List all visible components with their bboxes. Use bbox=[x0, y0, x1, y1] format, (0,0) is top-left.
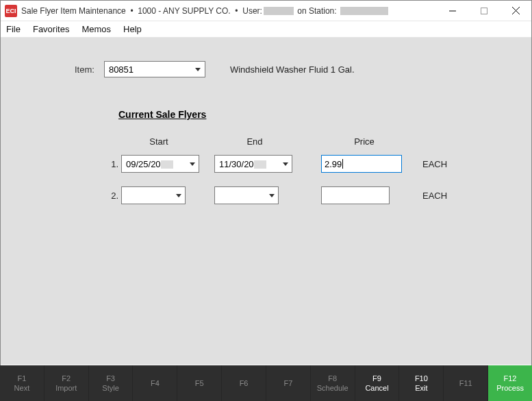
fkey-f9[interactable]: F9Cancel bbox=[355, 365, 400, 401]
chevron-down-icon bbox=[283, 162, 288, 166]
col-end-label: End bbox=[214, 136, 295, 147]
item-dropdown-button[interactable] bbox=[191, 68, 205, 71]
price-value-1: 2.99 bbox=[325, 159, 342, 169]
price-input-2[interactable] bbox=[321, 186, 390, 204]
fkey-f4[interactable]: F4 bbox=[133, 365, 177, 401]
svg-marker-5 bbox=[190, 162, 195, 166]
close-button[interactable] bbox=[500, 1, 531, 21]
start-date-1-value: 09/25/20 bbox=[126, 159, 161, 169]
svg-marker-7 bbox=[176, 194, 181, 197]
end-date-1[interactable]: 11/30/20 bbox=[214, 155, 292, 173]
uom-2: EACH bbox=[422, 191, 447, 201]
svg-marker-6 bbox=[283, 162, 288, 166]
fkey-bar: F1Next F2Import F3Style F4 F5 F6 F7 F8Sc… bbox=[0, 365, 532, 401]
close-icon bbox=[512, 7, 520, 14]
menu-memos[interactable]: Memos bbox=[81, 24, 111, 34]
app-icon: ECI bbox=[5, 5, 17, 17]
start-date-2[interactable] bbox=[121, 186, 186, 204]
fkey-f1[interactable]: F1Next bbox=[0, 365, 45, 401]
end-date-2-dropdown[interactable] bbox=[264, 194, 278, 197]
end-date-1-value: 11/30/20 bbox=[219, 159, 254, 169]
fkey-f5[interactable]: F5 bbox=[177, 365, 222, 401]
chevron-down-icon bbox=[176, 194, 181, 197]
item-label: Item: bbox=[75, 64, 94, 75]
end-date-1-dropdown[interactable] bbox=[278, 162, 292, 166]
maximize-icon bbox=[481, 8, 487, 14]
redacted bbox=[161, 160, 173, 169]
menubar: File Favorites Memos Help bbox=[1, 21, 531, 38]
section-header: Current Sale Flyers bbox=[118, 109, 511, 120]
chevron-down-icon bbox=[190, 162, 195, 166]
fkey-f8[interactable]: F8Schedule bbox=[311, 365, 355, 401]
content-area: Item: 80851 Windshield Washer Fluid 1 Ga… bbox=[1, 38, 531, 365]
redacted bbox=[254, 160, 266, 169]
chevron-down-icon bbox=[195, 68, 201, 71]
price-input-1[interactable]: 2.99 bbox=[321, 155, 402, 173]
menu-file[interactable]: File bbox=[6, 24, 21, 34]
svg-marker-8 bbox=[269, 194, 275, 197]
redacted-station bbox=[340, 7, 388, 15]
flyer-row-1: 1. 09/25/20 11/30/20 2.99 EACH bbox=[107, 155, 511, 173]
menu-favorites[interactable]: Favorites bbox=[33, 24, 69, 34]
item-value: 80851 bbox=[109, 64, 134, 75]
item-combo[interactable]: 80851 bbox=[104, 61, 205, 77]
end-date-2[interactable] bbox=[214, 186, 279, 204]
start-date-2-dropdown[interactable] bbox=[171, 194, 185, 197]
title-text-2: on Station: bbox=[295, 6, 339, 16]
start-date-1[interactable]: 09/25/20 bbox=[121, 155, 199, 173]
col-start-label: Start bbox=[118, 136, 199, 147]
fkey-f6[interactable]: F6 bbox=[222, 365, 266, 401]
svg-marker-4 bbox=[195, 68, 201, 71]
start-date-1-dropdown[interactable] bbox=[185, 162, 199, 166]
window-controls bbox=[437, 1, 531, 21]
row-number-2: 2. bbox=[107, 191, 118, 201]
chevron-down-icon bbox=[269, 194, 275, 197]
fkey-f3[interactable]: F3Style bbox=[89, 365, 134, 401]
titlebar: ECI Sale Flyer Item Maintenance • 1000 -… bbox=[1, 1, 531, 21]
menu-help[interactable]: Help bbox=[123, 24, 142, 34]
svg-rect-1 bbox=[481, 8, 487, 14]
minimize-button[interactable] bbox=[437, 1, 468, 21]
item-description: Windshield Washer Fluid 1 Gal. bbox=[230, 64, 355, 75]
column-headers: Start End Price bbox=[118, 136, 511, 147]
fkey-f7[interactable]: F7 bbox=[266, 365, 311, 401]
fkey-f12[interactable]: F12Process bbox=[488, 365, 532, 401]
redacted-user bbox=[264, 7, 294, 15]
flyer-row-2: 2. EACH bbox=[107, 186, 511, 204]
fkey-f10[interactable]: F10Exit bbox=[399, 365, 444, 401]
minimize-icon bbox=[449, 8, 456, 14]
fkey-f11[interactable]: F11 bbox=[444, 365, 488, 401]
item-row: Item: 80851 Windshield Washer Fluid 1 Ga… bbox=[75, 61, 511, 77]
fkey-f2[interactable]: F2Import bbox=[45, 365, 89, 401]
row-number-1: 1. bbox=[107, 159, 118, 169]
text-caret bbox=[342, 159, 343, 169]
title-text-1: Sale Flyer Item Maintenance • 1000 - ANY… bbox=[21, 6, 262, 16]
maximize-button[interactable] bbox=[468, 1, 500, 21]
col-price-label: Price bbox=[324, 136, 405, 147]
uom-1: EACH bbox=[422, 159, 447, 169]
